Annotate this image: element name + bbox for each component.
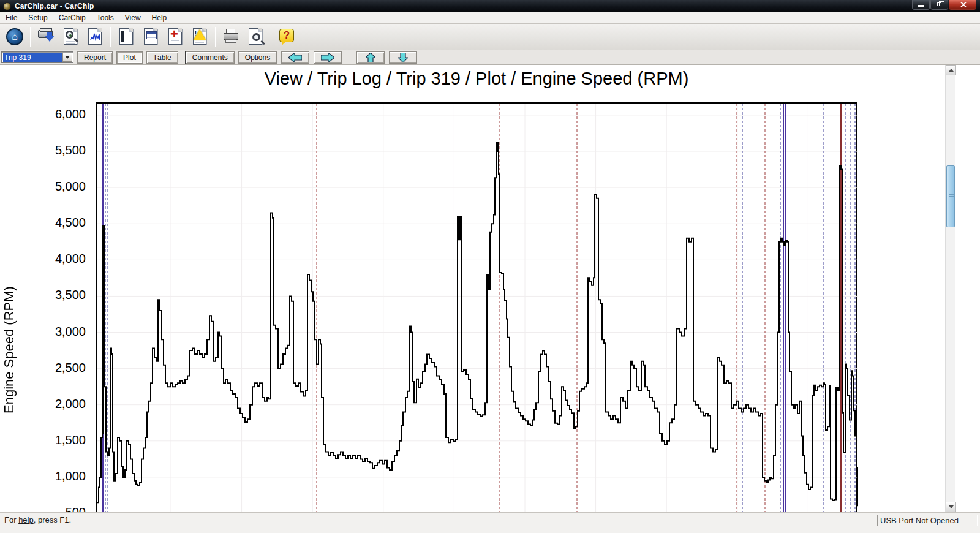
- y-tick-label: 2,500: [0, 360, 86, 375]
- home-icon: ⌂: [5, 27, 24, 47]
- alarm-log-icon: !: [190, 27, 209, 47]
- menu-help[interactable]: Help: [146, 12, 173, 23]
- print-preview-button[interactable]: [243, 25, 268, 48]
- minimize-button[interactable]: [912, 0, 930, 10]
- chart-canvas: View / Trip Log / Trip 319 / Plot / Engi…: [0, 65, 945, 512]
- options-button[interactable]: Options: [238, 51, 277, 64]
- status-help-text: For help, press F1.: [4, 515, 71, 524]
- y-tick-label: 4,500: [0, 215, 86, 230]
- table-button[interactable]: Table: [146, 51, 178, 64]
- menu-file[interactable]: File: [0, 12, 23, 23]
- plot-box: [96, 102, 857, 512]
- print-button[interactable]: [219, 25, 243, 48]
- y-tick-label: 3,000: [0, 324, 86, 339]
- chart-title: View / Trip Log / Trip 319 / Plot / Engi…: [96, 69, 857, 89]
- status-bar: For help, press F1. USB Port Not Opened: [0, 512, 980, 533]
- down-arrow-icon: [398, 53, 408, 62]
- rpm-series-line: [97, 142, 858, 506]
- toolbar-separator: [110, 27, 111, 47]
- menu-bar: FileSetupCarChipToolsViewHelp: [0, 12, 980, 24]
- minimize-icon: [918, 5, 924, 7]
- y-tick-label: 5,500: [0, 143, 86, 157]
- scrollbar-down-icon[interactable]: [946, 502, 956, 512]
- comments-button[interactable]: Comments: [186, 51, 235, 64]
- trip-selector-value: Trip 319: [3, 53, 62, 62]
- help-button[interactable]: ?: [274, 25, 299, 48]
- table-log-icon: [141, 27, 160, 47]
- report-button[interactable]: Report: [77, 51, 113, 64]
- window-title: CarChip.car - CarChip: [15, 2, 94, 10]
- print-icon: [221, 27, 241, 47]
- toolbar-separator: [30, 27, 31, 47]
- y-tick-label: 5,000: [0, 179, 86, 194]
- view-data-icon: [61, 27, 80, 47]
- view-data-button[interactable]: [58, 25, 83, 48]
- trip-log-button[interactable]: [114, 25, 138, 48]
- plot-view-button[interactable]: [83, 25, 107, 48]
- previous-trip-button[interactable]: [281, 51, 309, 64]
- main-toolbar: ⌂+!?: [0, 24, 980, 50]
- restore-button[interactable]: [930, 0, 948, 10]
- home-button[interactable]: ⌂: [2, 25, 27, 48]
- restore-icon: [937, 2, 941, 6]
- app-window: CarChip.car - CarChip FileSetupCarChipTo…: [0, 0, 980, 533]
- scroll-down-button[interactable]: [389, 51, 417, 64]
- view-toolbar: Trip 319 ReportPlotTableCommentsOptions: [0, 50, 980, 65]
- help-link[interactable]: help: [18, 515, 34, 524]
- download-data-button[interactable]: [34, 25, 58, 48]
- scrollbar-up-icon[interactable]: [946, 65, 956, 75]
- toolbar-separator: [271, 27, 271, 47]
- scrollbar-thumb[interactable]: [946, 165, 955, 227]
- y-tick-label: 3,500: [0, 287, 86, 302]
- y-tick-label: 1,500: [0, 433, 86, 447]
- left-arrow-icon: [288, 53, 302, 62]
- y-tick-label: 6,000: [0, 107, 86, 121]
- rpm-plot: [97, 104, 858, 512]
- app-icon: [3, 2, 11, 10]
- usb-status-panel: USB Port Not Opened: [877, 515, 978, 526]
- chevron-down-icon[interactable]: [62, 53, 72, 62]
- menu-setup[interactable]: Setup: [23, 12, 53, 23]
- plot-button[interactable]: Plot: [116, 51, 143, 64]
- right-arrow-icon: [321, 53, 334, 62]
- vertical-scrollbar[interactable]: [945, 65, 956, 512]
- up-arrow-icon: [366, 53, 375, 62]
- y-tick-label: 4,000: [0, 251, 86, 266]
- y-tick-label: 2,000: [0, 396, 86, 411]
- title-bar: CarChip.car - CarChip: [0, 0, 980, 12]
- close-icon: [960, 2, 966, 7]
- next-trip-button[interactable]: [314, 51, 342, 64]
- y-tick-label: 500: [0, 505, 86, 512]
- y-tick-label: 1,000: [0, 469, 86, 483]
- accident-log-button[interactable]: +: [163, 25, 187, 48]
- print-preview-icon: [246, 27, 265, 47]
- trip-log-icon: [116, 27, 136, 47]
- trip-selector[interactable]: Trip 319: [1, 51, 74, 63]
- close-button[interactable]: [949, 0, 976, 10]
- chart-area: View / Trip Log / Trip 319 / Plot / Engi…: [0, 65, 980, 512]
- menu-tools[interactable]: Tools: [91, 12, 119, 23]
- plot-view-icon: [85, 27, 105, 47]
- scroll-up-button[interactable]: [356, 51, 385, 64]
- menu-carchip[interactable]: CarChip: [53, 12, 91, 23]
- alarm-log-button[interactable]: !: [187, 25, 212, 48]
- menu-view[interactable]: View: [119, 12, 146, 23]
- table-log-button[interactable]: [138, 25, 163, 48]
- toolbar-separator: [215, 27, 216, 47]
- accident-log-icon: +: [165, 27, 185, 47]
- download-data-icon: [36, 27, 56, 47]
- help-icon: ?: [277, 27, 296, 47]
